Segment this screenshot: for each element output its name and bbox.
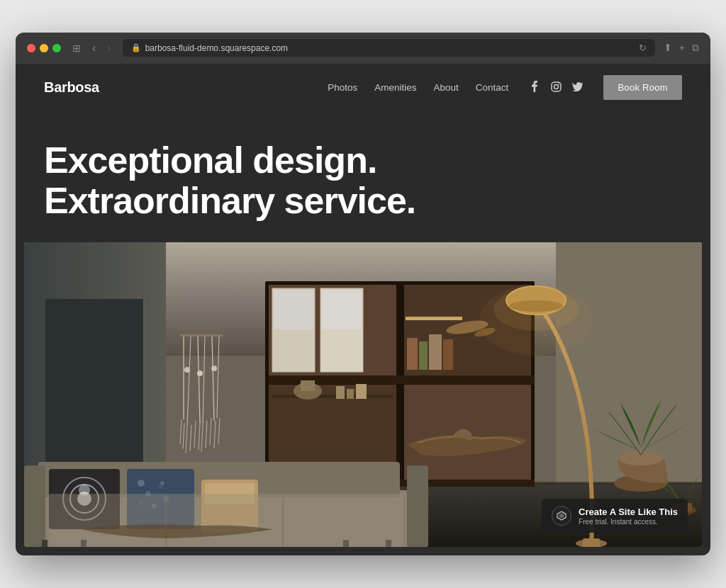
svg-rect-0 <box>552 82 561 91</box>
svg-point-1 <box>554 84 558 89</box>
nav-right: Photos Amenities About Contact <box>328 75 682 100</box>
svg-rect-66 <box>356 384 367 399</box>
lock-icon: 🔒 <box>131 43 141 52</box>
browser-chrome: ⊞ ‹ › 🔒 barbosa-fluid-demo.squarespace.c… <box>16 33 710 64</box>
navigation: Barbosa Photos Amenities About Contact <box>16 64 710 112</box>
svg-point-99 <box>160 481 164 485</box>
svg-point-94 <box>158 485 162 489</box>
minimize-button[interactable] <box>40 44 48 52</box>
svg-point-76 <box>618 451 664 465</box>
svg-rect-53 <box>407 338 418 370</box>
headline-line1: Exceptional design. <box>44 140 376 181</box>
ss-badge-content: Create A Site Like This Free trial. Inst… <box>579 507 678 526</box>
squarespace-badge[interactable]: Create A Site Like This Free trial. Inst… <box>542 499 688 533</box>
nav-amenities[interactable]: Amenities <box>374 82 416 93</box>
headline-line2: Extraordinary service. <box>44 180 415 221</box>
nav-links: Photos Amenities About Contact <box>328 82 508 93</box>
browser-controls: ⊞ ‹ › <box>69 40 114 56</box>
svg-rect-63 <box>301 380 315 391</box>
svg-rect-54 <box>419 341 428 370</box>
hero-headline: Exceptional design. Extraordinary servic… <box>44 140 682 221</box>
ss-badge-main-text: Create A Site Like This <box>579 507 678 517</box>
address-bar[interactable]: 🔒 barbosa-fluid-demo.squarespace.com ↻ <box>123 39 655 57</box>
svg-rect-65 <box>347 389 354 399</box>
back-button[interactable]: ‹ <box>89 40 99 56</box>
svg-rect-81 <box>24 465 45 547</box>
nav-photos[interactable]: Photos <box>328 82 357 93</box>
traffic-lights <box>27 44 61 52</box>
book-room-button[interactable]: Book Room <box>603 75 682 100</box>
svg-rect-69 <box>583 538 600 547</box>
svg-rect-52 <box>322 290 362 329</box>
ss-badge-icon <box>552 506 571 526</box>
refresh-icon[interactable]: ↻ <box>639 43 647 53</box>
site-logo[interactable]: Barbosa <box>44 79 99 96</box>
svg-point-23 <box>197 371 203 376</box>
svg-rect-61 <box>272 395 393 398</box>
nav-about[interactable]: About <box>434 82 459 93</box>
svg-rect-51 <box>274 290 313 329</box>
forward-button[interactable]: › <box>104 40 113 56</box>
svg-point-22 <box>184 367 190 373</box>
share-icon[interactable]: ⬆ <box>664 42 672 54</box>
website-content: Barbosa Photos Amenities About Contact <box>16 64 710 547</box>
twitter-icon[interactable] <box>571 82 583 94</box>
instagram-icon[interactable] <box>549 81 562 94</box>
svg-rect-82 <box>407 465 428 547</box>
svg-rect-55 <box>429 334 442 370</box>
svg-rect-56 <box>443 339 453 370</box>
nav-social <box>528 81 583 94</box>
nav-contact[interactable]: Contact <box>476 82 509 93</box>
new-tab-icon[interactable]: + <box>679 42 685 54</box>
url-text: barbosa-fluid-demo.squarespace.com <box>145 43 288 53</box>
svg-point-98 <box>138 480 145 487</box>
svg-rect-15 <box>180 334 223 337</box>
svg-rect-57 <box>406 317 462 320</box>
facebook-icon[interactable] <box>528 81 541 94</box>
browser-window: ⊞ ‹ › 🔒 barbosa-fluid-demo.squarespace.c… <box>16 33 710 555</box>
fullscreen-button[interactable] <box>52 44 61 52</box>
browser-actions: ⬆ + ⧉ <box>664 42 699 54</box>
close-button[interactable] <box>27 44 35 52</box>
svg-rect-64 <box>336 386 345 399</box>
svg-point-2 <box>558 84 559 85</box>
copy-tab-icon[interactable]: ⧉ <box>692 42 699 54</box>
hero-image: Create A Site Like This Free trial. Inst… <box>24 242 702 547</box>
hero-text: Exceptional design. Extraordinary servic… <box>16 112 710 242</box>
svg-rect-102 <box>49 494 403 547</box>
svg-point-74 <box>479 285 593 356</box>
sidebar-toggle-icon[interactable]: ⊞ <box>69 41 84 55</box>
ss-badge-sub-text: Free trial. Instant access. <box>579 518 678 526</box>
svg-rect-83 <box>42 540 48 547</box>
svg-point-24 <box>211 366 217 371</box>
